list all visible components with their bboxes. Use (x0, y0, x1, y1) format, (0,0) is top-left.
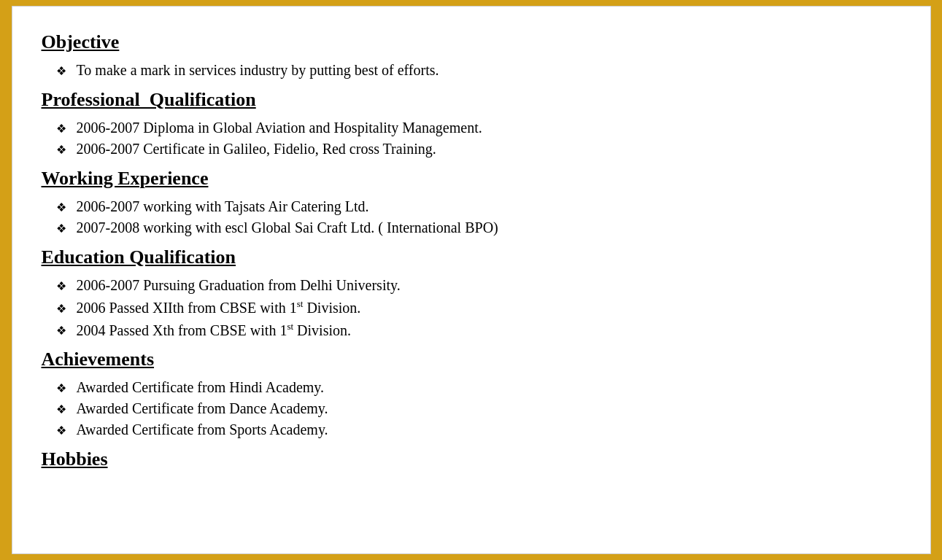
superscript: st (297, 298, 304, 309)
working-experience-list: 2006-2007 working with Tajsats Air Cater… (42, 198, 901, 236)
item-text: 2004 Passed Xth from CBSE with 1st Divis… (77, 321, 351, 339)
section-hobbies: Hobbies (42, 448, 901, 470)
item-text: Awarded Certificate from Dance Academy. (77, 400, 328, 417)
list-item: 2007-2008 working with escl Global Sai C… (56, 219, 901, 236)
working-experience-heading: Working Experience (42, 168, 901, 190)
item-text: 2006-2007 Pursuing Graduation from Delhi… (77, 277, 401, 294)
section-working-experience: Working Experience 2006-2007 working wit… (42, 168, 901, 236)
superscript: st (287, 321, 293, 332)
section-professional-qualification: Professional Qualification 2006-2007 Dip… (42, 89, 901, 158)
hobbies-heading: Hobbies (42, 448, 901, 470)
item-text: Awarded Certificate from Sports Academy. (77, 421, 328, 438)
section-objective: Objective To make a mark in services ind… (42, 31, 901, 79)
professional-qualification-heading: Professional Qualification (42, 89, 901, 111)
section-achievements: Achievements Awarded Certificate from Hi… (42, 349, 901, 438)
list-item: To make a mark in services industry by p… (56, 62, 901, 79)
list-item: 2006 Passed XIIth from CBSE with 1st Div… (56, 298, 901, 316)
list-item: Awarded Certificate from Hindi Academy. (56, 379, 901, 396)
item-text: 2006 Passed XIIth from CBSE with 1st Div… (77, 298, 361, 316)
education-qualification-heading: Education Qualification (42, 246, 901, 268)
item-text: 2006-2007 Certificate in Galileo, Fideli… (77, 141, 436, 158)
section-education-qualification: Education Qualification 2006-2007 Pursui… (42, 246, 901, 338)
education-qualification-list: 2006-2007 Pursuing Graduation from Delhi… (42, 277, 901, 338)
item-text: 2006-2007 working with Tajsats Air Cater… (77, 198, 369, 215)
item-text: 2007-2008 working with escl Global Sai C… (77, 219, 498, 236)
list-item: 2006-2007 Certificate in Galileo, Fideli… (56, 141, 901, 158)
list-item: Awarded Certificate from Dance Academy. (56, 400, 901, 417)
list-item: 2004 Passed Xth from CBSE with 1st Divis… (56, 321, 901, 339)
list-item: 2006-2007 working with Tajsats Air Cater… (56, 198, 901, 215)
resume-container: Objective To make a mark in services ind… (12, 6, 931, 554)
list-item: 2006-2007 Diploma in Global Aviation and… (56, 120, 901, 136)
item-text: Awarded Certificate from Hindi Academy. (77, 379, 325, 396)
achievements-heading: Achievements (42, 349, 901, 370)
objective-list: To make a mark in services industry by p… (42, 62, 901, 79)
achievements-list: Awarded Certificate from Hindi Academy. … (42, 379, 901, 438)
professional-qualification-list: 2006-2007 Diploma in Global Aviation and… (42, 120, 901, 158)
item-text: 2006-2007 Diploma in Global Aviation and… (77, 120, 482, 136)
item-text: To make a mark in services industry by p… (77, 62, 439, 79)
list-item: Awarded Certificate from Sports Academy. (56, 421, 901, 438)
list-item: 2006-2007 Pursuing Graduation from Delhi… (56, 277, 901, 294)
objective-heading: Objective (42, 31, 901, 53)
